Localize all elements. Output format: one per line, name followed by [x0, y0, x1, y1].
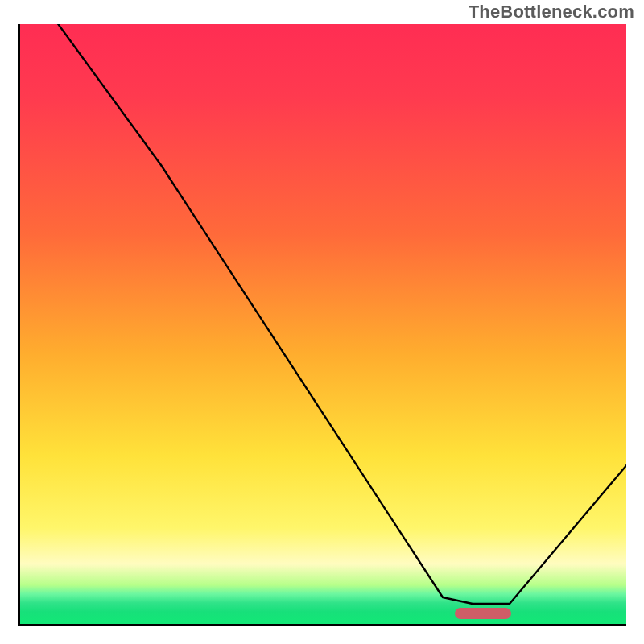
- chart-container: TheBottleneck.com: [0, 0, 644, 644]
- bottleneck-curve-path: [52, 24, 626, 604]
- optimum-zone-marker: [455, 608, 511, 619]
- plot-area: [18, 24, 626, 626]
- watermark-text: TheBottleneck.com: [469, 2, 634, 23]
- bottleneck-curve: [20, 24, 626, 624]
